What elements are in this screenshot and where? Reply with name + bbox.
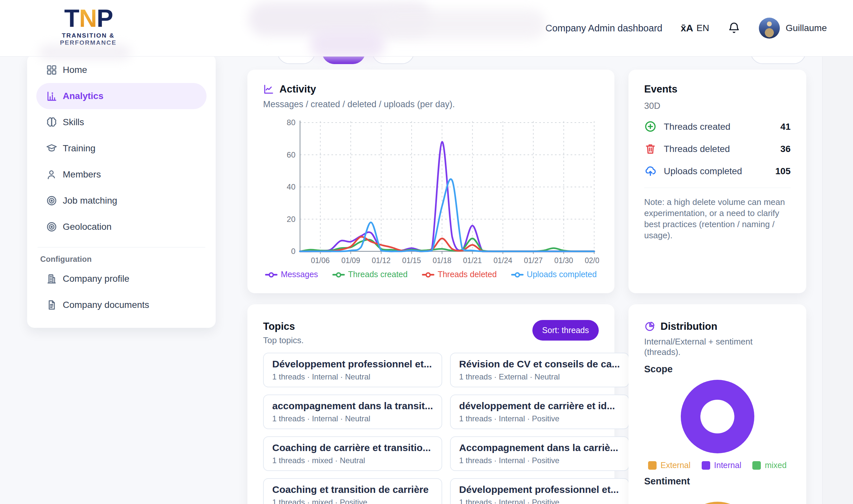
brand-wordmark: TNP [39,6,137,31]
topic-card[interactable]: Révision de CV et conseils de ca... 1 th… [450,353,629,387]
svg-text:01/18: 01/18 [433,256,452,265]
target-icon [45,220,58,233]
topics-subtitle: Top topics. [263,335,304,345]
topic-title: développement de carrière et id... [459,400,620,412]
sidebar-item-label: Members [63,169,101,180]
distribution-card: Distribution Internal/External + sentime… [629,304,806,504]
sentiment-donut-chart [681,502,754,504]
svg-text:01/06: 01/06 [311,256,330,265]
graduation-cap-icon [45,142,58,155]
sidebar-item-training[interactable]: Training [36,135,206,161]
svg-text:20: 20 [287,215,295,223]
language-code: EN [696,23,709,33]
topic-card[interactable]: accompagnement dans la transit... 1 thre… [263,395,442,429]
line-chart-icon [263,84,274,95]
sentiment-label: Sentiment [644,476,791,487]
brand-tagline: TRANSITION & PERFORMANCE [39,32,137,47]
sidebar-item-job-matching[interactable]: Job matching [36,187,206,214]
scope-label: Scope [644,364,791,375]
topics-title: Topics [263,320,304,333]
svg-text:02/02: 02/02 [585,256,599,265]
events-title: Events [644,83,791,96]
legend-item: Threads deleted [422,270,497,279]
svg-text:01/15: 01/15 [402,256,421,265]
sidebar-item-company-documents[interactable]: Company documents [36,292,206,318]
sidebar-item-analytics[interactable]: Analytics [36,83,206,109]
activity-subtitle: Messages / created / deleted / uploads (… [263,99,599,109]
notifications-bell-icon[interactable] [727,21,741,35]
sidebar-item-label: Home [63,65,87,75]
event-row: Uploads completed 105 [644,165,791,178]
top-header: TNP TRANSITION & PERFORMANCE Company Adm… [0,0,853,56]
brain-icon [45,116,58,129]
topic-meta: 1 threads · mixed · Positive [272,498,433,504]
topic-title: Accompagnement dans la carriè... [459,442,620,453]
distribution-legend: ExternalInternalmixed [644,461,791,470]
legend-item: Internal [702,461,741,470]
topic-card[interactable]: Coaching de carrière et transitio... 1 t… [263,436,442,471]
topic-card[interactable]: Développement professionnel et... 1 thre… [263,353,442,387]
plus-circle-icon [644,120,657,133]
distribution-subtitle: Internal/External + sentiment (threads). [644,336,791,357]
topic-card[interactable]: Développement professionnel et... 1 thre… [450,478,629,504]
svg-text:60: 60 [287,150,295,159]
topic-meta: 1 threads · External · Neutral [459,372,620,381]
user-menu[interactable]: Guillaume [759,18,827,39]
sidebar-item-label: Training [63,143,95,154]
svg-text:01/24: 01/24 [493,256,512,265]
sidebar-item-company-profile[interactable]: Company profile [36,266,206,292]
language-selector[interactable]: x̄A EN [681,22,709,34]
svg-text:0: 0 [291,247,295,256]
svg-text:01/30: 01/30 [554,256,573,265]
event-row: Threads deleted 36 [644,143,791,156]
event-row: Threads created 41 [644,120,791,133]
topic-card[interactable]: développement de carrière et id... 1 thr… [450,395,629,429]
topic-card[interactable]: Accompagnement dans la carriè... 1 threa… [450,436,629,471]
sidebar-divider [38,247,205,248]
sidebar: Home Analytics Skills Training Members J [27,54,216,328]
scrollbar-gutter[interactable] [822,56,853,504]
event-value: 36 [780,144,791,154]
events-card: Events 30D Threads created 41 Threads de… [629,70,806,293]
event-label: Threads created [664,122,774,132]
svg-text:80: 80 [287,118,295,127]
sidebar-item-skills[interactable]: Skills [36,109,206,135]
activity-card: Activity Messages / created / deleted / … [248,70,614,293]
sidebar-item-label: Job matching [63,196,117,206]
svg-text:01/12: 01/12 [371,256,391,265]
cloud-upload-icon [644,165,657,178]
topic-title: Développement professionnel et... [272,359,433,370]
svg-text:01/09: 01/09 [341,256,360,265]
legend-item: External [648,461,691,470]
sort-threads-button[interactable]: Sort: threads [532,320,599,341]
activity-chart: 02040608001/0601/0901/1201/1501/1801/210… [275,118,599,266]
legend-item: Threads created [332,270,407,279]
brand-logo[interactable]: TNP TRANSITION & PERFORMANCE [39,6,137,47]
sidebar-item-home[interactable]: Home [36,57,206,83]
sidebar-section-label: Configuration [36,255,206,264]
event-label: Threads deleted [664,144,774,154]
legend-item: mixed [752,461,787,470]
person-icon [45,168,58,181]
event-label: Uploads completed [664,166,769,177]
topic-meta: 1 threads · Internal · Positive [459,414,620,423]
topic-meta: 1 threads · Internal · Neutral [272,372,433,381]
topic-meta: 1 threads · Internal · Positive [459,456,620,465]
topic-meta: 1 threads · mixed · Neutral [272,456,433,465]
translate-icon: x̄A [681,22,693,34]
distribution-title: Distribution [660,320,718,333]
pie-chart-icon [644,321,655,332]
sidebar-item-members[interactable]: Members [36,161,206,187]
sidebar-item-geolocation[interactable]: Geolocation [36,214,206,240]
topic-title: Coaching et transition de carrière [272,484,433,495]
topic-title: accompagnement dans la transit... [272,400,433,412]
topic-card[interactable]: Coaching et transition de carrière 1 thr… [263,478,442,504]
user-name: Guillaume [786,23,827,33]
scope-donut-chart [681,380,754,453]
svg-text:01/21: 01/21 [463,256,482,265]
page-title: Company Admin dashboard [545,23,663,34]
topic-title: Révision de CV et conseils de ca... [459,359,620,370]
sidebar-item-label: Analytics [63,91,104,101]
event-value: 41 [780,122,791,132]
events-note: Note: a high delete volume can mean expe… [644,196,791,241]
